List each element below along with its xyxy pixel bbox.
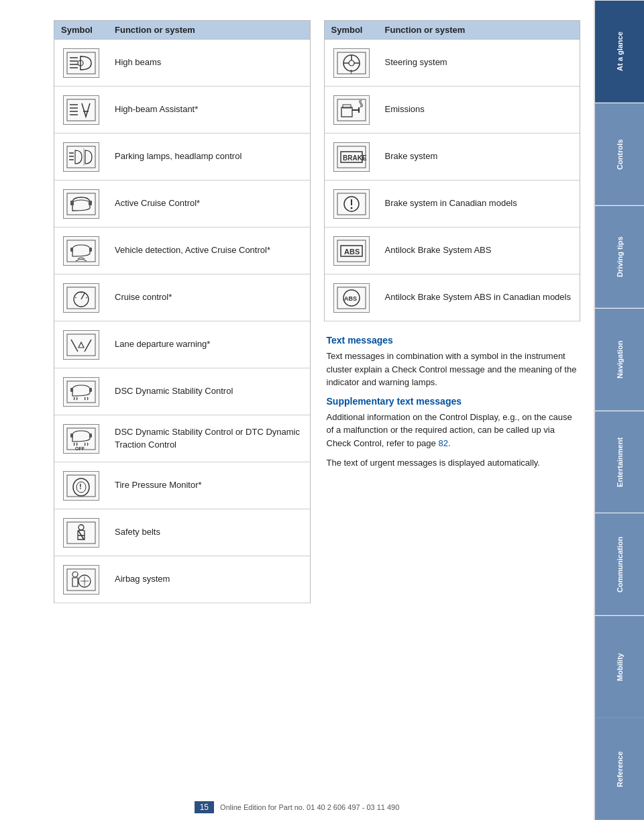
active-cruise-icon — [63, 189, 99, 219]
table-row: Safety belts — [54, 509, 310, 556]
table-row: BRAKE Brake system — [325, 134, 580, 181]
vehicle-detection-icon — [63, 236, 99, 266]
function-cell: Parking lamps, headlamp control — [108, 146, 310, 166]
svg-line-27 — [86, 297, 87, 298]
svg-rect-19 — [89, 201, 92, 205]
lane-departure-icon — [63, 330, 99, 360]
function-cell: Emissions — [378, 99, 580, 119]
svg-text:ABS: ABS — [344, 248, 360, 256]
svg-text:!: ! — [350, 68, 352, 75]
svg-rect-47 — [67, 569, 95, 591]
text-messages-body: Text messages in combination with a symb… — [327, 350, 578, 389]
left-symbol-header: Symbol — [61, 25, 115, 35]
svg-point-44 — [78, 525, 84, 530]
sidebar-tab-navigation[interactable]: Navigation — [595, 308, 644, 411]
svg-rect-29 — [67, 334, 95, 356]
dsc-off-icon: OFF — [63, 424, 99, 454]
sidebar-tab-mobility[interactable]: Mobility — [595, 615, 644, 718]
cruise-control-icon — [63, 283, 99, 313]
table-row: Lane departure warning* — [54, 321, 310, 368]
symbol-cell — [54, 138, 108, 176]
left-table-header: Symbol Function or system — [54, 21, 310, 40]
symbol-cell: ! — [325, 44, 378, 82]
svg-line-30 — [71, 340, 78, 352]
function-cell: Airbag system — [108, 569, 310, 589]
abs-icon: ABS — [333, 236, 370, 266]
svg-rect-18 — [70, 201, 74, 205]
page-ref-link[interactable]: 82 — [438, 438, 447, 448]
symbol-cell — [54, 185, 108, 223]
symbol-cell — [54, 44, 108, 82]
sidebar: At a glance Controls Driving tips Naviga… — [594, 0, 644, 820]
function-cell: Safety belts — [108, 522, 310, 542]
sidebar-tab-communication[interactable]: Communication — [595, 513, 644, 615]
emissions-icon — [333, 95, 370, 125]
abs-canadian-icon: ABS — [333, 283, 370, 313]
tire-pressure-icon: ! — [63, 471, 99, 501]
table-row: Vehicle detection, Active Cruise Control… — [54, 227, 310, 274]
sidebar-tab-driving-tips[interactable]: Driving tips — [595, 205, 644, 308]
table-row: High-beam Assistant* — [54, 87, 310, 134]
svg-rect-60 — [341, 107, 352, 117]
table-row: Cruise control* — [54, 274, 310, 321]
right-col: Symbol Function or system — [324, 20, 581, 603]
supp-text-2: . — [448, 438, 451, 448]
table-row: Emissions — [325, 87, 580, 134]
symbol-cell — [54, 514, 108, 552]
table-row: Brake system in Canadian models — [325, 181, 580, 227]
table-row: ! Tire Pressure Monitor* — [54, 462, 310, 509]
svg-text:!: ! — [79, 482, 82, 491]
text-messages-section: Text messages Text messages in combinati… — [324, 335, 581, 470]
steering-icon: ! — [333, 48, 370, 78]
svg-line-31 — [85, 340, 91, 352]
function-cell: Active Cruise Control* — [108, 193, 310, 213]
airbag-icon — [63, 565, 99, 595]
right-function-header: Function or system — [385, 25, 574, 35]
footer-text: Online Edition for Part no. 01 40 2 606 … — [220, 803, 399, 811]
function-cell: DSC Dynamic Stability Control — [108, 381, 310, 401]
left-function-header: Function or system — [115, 25, 303, 35]
function-cell: High-beam Assistant* — [108, 99, 310, 119]
sidebar-tab-controls[interactable]: Controls — [595, 103, 644, 205]
symbol-cell — [54, 91, 108, 129]
function-cell: Antilock Brake System ABS — [378, 240, 580, 260]
supplementary-body2: The text of urgent messages is displayed… — [327, 456, 578, 470]
brake-icon: BRAKE — [333, 142, 370, 172]
svg-point-48 — [72, 572, 78, 577]
svg-text:ABS: ABS — [344, 295, 357, 302]
table-row: High beams — [54, 40, 310, 87]
sidebar-tab-entertainment[interactable]: Entertainment — [595, 411, 644, 513]
symbol-cell: ABS — [325, 232, 378, 270]
parking-lamps-icon — [63, 142, 99, 172]
function-cell: High beams — [108, 52, 310, 72]
svg-rect-21 — [70, 248, 73, 252]
svg-rect-22 — [89, 248, 92, 252]
table-row: OFF DSC Dynamic Stability Control or DTC… — [54, 415, 310, 462]
symbol-cell: BRAKE — [325, 138, 378, 176]
dsc-icon — [63, 377, 99, 407]
svg-rect-37 — [89, 433, 92, 438]
right-table-header: Symbol Function or system — [325, 21, 580, 40]
page-number: 15 — [195, 801, 214, 813]
symbol-cell — [54, 561, 108, 599]
table-row: ABS Antilock Brake System ABS in Canadia… — [325, 274, 580, 321]
svg-rect-12 — [67, 146, 95, 168]
svg-text:OFF: OFF — [75, 446, 85, 451]
safety-belts-icon — [63, 518, 99, 548]
symbol-cell — [54, 232, 108, 270]
left-table: Symbol Function or system — [54, 20, 311, 603]
function-cell: Vehicle detection, Active Cruise Control… — [108, 240, 310, 260]
symbol-cell — [54, 326, 108, 364]
svg-rect-33 — [70, 388, 73, 392]
high-beam-assistant-icon — [63, 95, 99, 125]
sidebar-tab-at-a-glance[interactable]: At a glance — [595, 0, 644, 103]
supplementary-body1: Additional information on the Control Di… — [327, 411, 578, 450]
sidebar-tab-reference[interactable]: Reference — [595, 718, 644, 820]
svg-line-25 — [81, 293, 85, 299]
table-row: DSC Dynamic Stability Control — [54, 368, 310, 415]
function-cell: Brake system — [378, 146, 580, 166]
table-row: Active Cruise Control* — [54, 181, 310, 227]
function-cell: Steering system — [378, 52, 580, 72]
svg-rect-6 — [67, 99, 95, 121]
function-cell: Tire Pressure Monitor* — [108, 475, 310, 495]
